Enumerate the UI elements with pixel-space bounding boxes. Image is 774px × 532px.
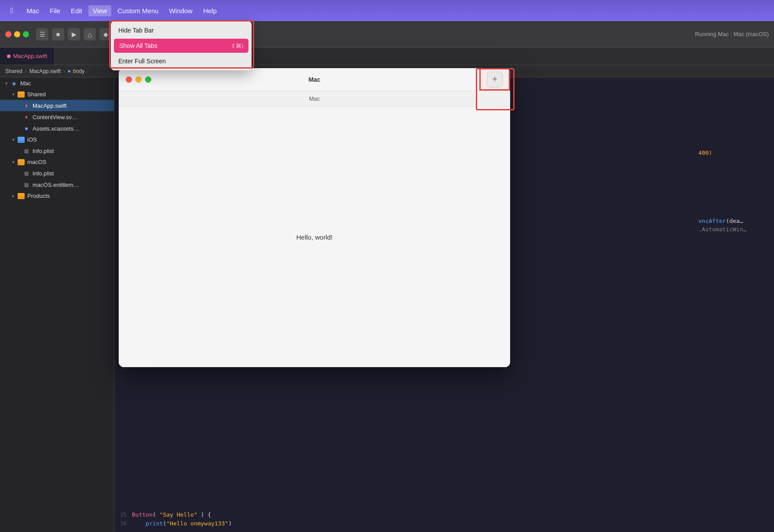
sidebar-label-contentview: ContentView.sv… [33, 114, 77, 120]
app-hello-world-text: Hello, world! [296, 233, 333, 241]
folder-icon-products [18, 193, 25, 199]
sidebar-item-macos[interactable]: macOS [0, 157, 114, 168]
sidebar-label-macos-ent: macOS.entitlem… [33, 182, 79, 188]
toolbar-close-button[interactable] [5, 31, 11, 37]
dropdown-label-show-all-tabs: Show All Tabs [119, 42, 157, 49]
sidebar-item-ios-info[interactable]: ▧ Info.plist [0, 145, 114, 157]
build-button[interactable]: ▶ [68, 28, 80, 40]
tab-dot-macapp [7, 55, 11, 58]
app-zoom-button[interactable] [145, 77, 151, 83]
view-dropdown: Hide Tab Bar Show All Tabs ⇧⌘\ Enter Ful… [111, 21, 252, 70]
sidebar-item-macapp-swift[interactable]: ♦ MacApp.swift [0, 100, 114, 111]
code-line-25: 25 Button( "Say Hello" ) { [114, 511, 774, 520]
swift-file-icon-macapp: ♦ [23, 102, 30, 109]
dropdown-item-show-all-tabs[interactable]: Show All Tabs ⇧⌘\ [114, 39, 248, 53]
expand-arrow-macos [11, 160, 16, 165]
expand-arrow-mac [4, 80, 9, 86]
app-window-titlebar: Mac + [119, 68, 510, 91]
sidebar-item-macos-info[interactable]: ▧ Info.plist [0, 168, 114, 179]
sidebar-item-macos-entitlements[interactable]: ▧ macOS.entitlem… [0, 179, 114, 190]
dropdown-label-enter-full-screen: Enter Full Screen [118, 58, 166, 65]
sidebar: ◈ Mac Shared ♦ MacApp.swift ♦ ContentVie… [0, 77, 114, 532]
menu-item-mac[interactable]: Mac [22, 5, 44, 16]
toolbar-traffic-lights [5, 31, 29, 37]
entitlements-icon: ▧ [23, 181, 30, 188]
stop-button[interactable]: ■ [52, 28, 64, 40]
breadcrumb-shared[interactable]: Shared [5, 68, 22, 74]
breadcrumb-sep-2: › [63, 68, 65, 74]
expand-arrow-shared [11, 92, 16, 97]
xcassets-icon: ■ [23, 125, 30, 132]
code-snippet-vncafter: vncAfter(dea… [698, 218, 770, 224]
breadcrumb-body[interactable]: body [73, 68, 84, 74]
sidebar-item-shared[interactable]: Shared [0, 89, 114, 100]
right-code-snippets: 400) vncAfter(dea… .AutomaticWin… [695, 148, 774, 234]
sidebar-label-ios: iOS [27, 136, 37, 143]
sidebar-item-ios[interactable]: iOS [0, 134, 114, 145]
line-num-25: 25 [114, 512, 132, 518]
code-line-26: 26 print("Hello onmyway133") [114, 520, 774, 528]
app-close-button[interactable] [126, 77, 132, 83]
app-window-subtitle: Mac [119, 91, 510, 107]
toolbar-minimize-button[interactable] [14, 31, 20, 37]
sidebar-item-assets[interactable]: ■ Assets.xcassets… [0, 123, 114, 134]
sidebar-label-products: Products [27, 193, 50, 199]
sidebar-item-products[interactable]: Products [0, 190, 114, 201]
expand-arrow-products [11, 193, 16, 199]
plus-icon: + [487, 72, 503, 87]
breakpoint-icon[interactable]: ◆ [99, 28, 112, 40]
app-traffic-lights [126, 77, 151, 83]
sidebar-label-assets: Assets.xcassets… [33, 125, 79, 132]
code-snippet-automatic: .AutomaticWin… [698, 226, 770, 233]
dropdown-item-enter-full-screen[interactable]: Enter Full Screen [111, 54, 251, 68]
dropdown-label-hide-tab-bar: Hide Tab Bar [118, 27, 154, 34]
breadcrumb-icon: ■ [68, 69, 70, 73]
menu-bar:  Mac File Edit View Custom Menu Window … [0, 0, 774, 21]
line-num-26: 26 [114, 521, 132, 527]
sidebar-toggle-icon[interactable]: ☰ [36, 28, 48, 40]
line-code-25: Button( "Say Hello" ) { [132, 511, 211, 518]
sidebar-item-mac-root[interactable]: ◈ Mac [0, 77, 114, 89]
dropdown-item-hide-tab-bar[interactable]: Hide Tab Bar [111, 23, 251, 37]
plist-icon-macos: ▧ [23, 170, 30, 177]
sidebar-label-shared: Shared [27, 91, 46, 98]
plist-icon-ios: ▧ [23, 147, 30, 154]
menu-item-window[interactable]: Window [165, 5, 197, 16]
line-code-26: print("Hello onmyway133") [132, 520, 232, 527]
folder-icon-ios [18, 137, 25, 143]
app-window-title: Mac [308, 76, 320, 83]
menu-item-file[interactable]: File [45, 5, 65, 16]
folder-icon-macos [18, 159, 25, 165]
app-minimize-button[interactable] [135, 77, 142, 83]
tab-label-macapp: MacApp.swift [13, 53, 47, 59]
apple-menu-item[interactable]:  [7, 4, 17, 17]
sidebar-label-macapp: MacApp.swift [33, 102, 66, 109]
app-add-tab-button[interactable]: + [479, 68, 510, 91]
sidebar-label-mac: Mac [20, 80, 31, 87]
toolbar-maximize-button[interactable] [23, 31, 29, 37]
expand-arrow-ios [11, 137, 16, 142]
breadcrumb-sep-1: › [25, 68, 27, 74]
menu-item-custom-menu[interactable]: Custom Menu [113, 5, 163, 16]
sidebar-label-ios-info: Info.plist [33, 148, 54, 154]
mac-app-window: Mac + Mac Hello, world! [119, 68, 510, 367]
tab-macapp-swift[interactable]: MacApp.swift [0, 47, 55, 65]
swift-file-icon-contentview: ♦ [23, 113, 30, 120]
folder-icon-shared [18, 91, 25, 98]
warning-icon[interactable]: △ [84, 28, 96, 40]
app-window-body: Hello, world! [119, 107, 510, 367]
project-icon: ◈ [11, 80, 18, 87]
menu-item-help[interactable]: Help [199, 5, 221, 16]
dropdown-shortcut-show-all-tabs: ⇧⌘\ [231, 43, 243, 49]
breadcrumb-macapp-swift[interactable]: MacApp.swift [29, 68, 61, 74]
menu-item-edit[interactable]: Edit [66, 5, 87, 16]
sidebar-item-contentview[interactable]: ♦ ContentView.sv… [0, 111, 114, 123]
sidebar-label-macos: macOS [27, 159, 46, 165]
toolbar-status: Running Mac : Mac (macOS) [695, 31, 769, 37]
sidebar-label-macos-info: Info.plist [33, 170, 54, 177]
menu-item-view[interactable]: View [88, 5, 111, 16]
code-snippet-400: 400) [698, 149, 770, 156]
